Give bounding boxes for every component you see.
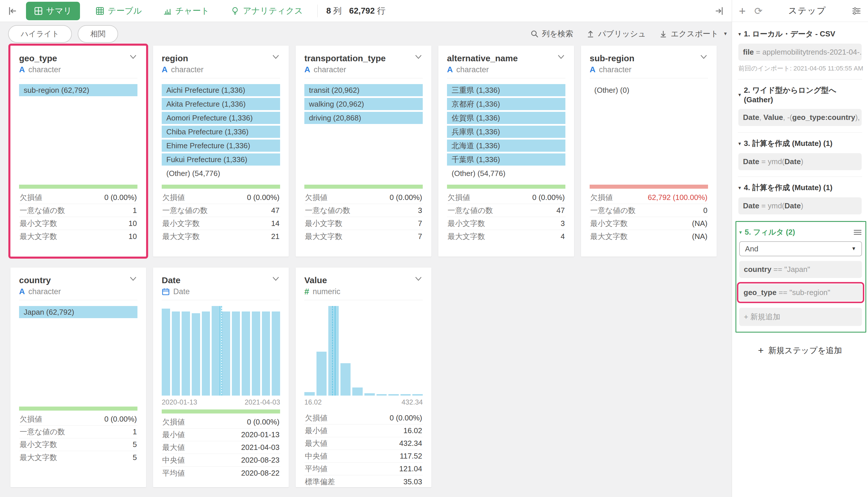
chevron-down-icon[interactable] [700, 54, 708, 60]
stat-row: 欠損値 0 (0.00%) [304, 191, 423, 204]
collapse-caret-icon[interactable]: ▾ [738, 140, 741, 147]
step-expression-chip[interactable]: file = applemobilitytrends-2021-04-... [738, 44, 862, 61]
stat-row: 最小文字数 3 [447, 217, 565, 230]
select-caret-icon: ▼ [851, 246, 856, 252]
collapse-left-icon[interactable] [8, 6, 17, 16]
stats-table: 欠損値 0 (0.00%) 一意な値の数 47 最小文字数 3 最大文字数 4 [447, 191, 565, 243]
chip-text: = ymd( [759, 157, 784, 166]
chevron-down-icon[interactable] [271, 54, 280, 60]
histogram-bar [202, 312, 210, 396]
stat-value: (NA) [692, 232, 707, 241]
collapse-caret-icon[interactable]: ▾ [738, 185, 741, 191]
stat-row: 中央値 117.52 [304, 450, 423, 463]
refresh-icon[interactable]: ⟳ [754, 6, 763, 16]
character-type-icon: A [590, 65, 595, 74]
value-bar[interactable]: Chiba Prefecture (1,336) [162, 126, 280, 138]
value-bar[interactable]: 兵庫県 (1,336) [447, 126, 565, 138]
step-1[interactable]: ▾ 1. ローカル・データ - CSVfile = applemobilityt… [738, 23, 862, 80]
settings-sliders-icon[interactable] [852, 6, 861, 16]
step-expression-chip[interactable]: Date = ymd(Date) [738, 197, 862, 214]
column-card-country: country A character Japan (62,792) 欠損値 0… [10, 268, 146, 487]
value-bar[interactable]: Japan (62,792) [19, 306, 137, 318]
step-expression-chip[interactable]: country == "Japan" [739, 261, 862, 278]
value-bar[interactable]: Fukui Prefecture (1,336) [162, 153, 280, 166]
chevron-down-icon[interactable] [129, 276, 137, 282]
column-card-region: region A character Aichi Prefecture (1,3… [153, 46, 289, 257]
character-type-icon: A [447, 65, 453, 74]
histogram-bar [242, 312, 250, 396]
chevron-down-icon[interactable] [414, 276, 423, 282]
value-bar[interactable]: driving (20,868) [304, 112, 423, 124]
value-bar[interactable]: walking (20,962) [304, 98, 423, 110]
stat-label: 最大文字数 [590, 231, 628, 242]
chevron-down-icon[interactable] [557, 54, 565, 60]
chevron-down-icon[interactable] [129, 54, 137, 60]
step-4[interactable]: ▾ 4. 計算を作成 (Mutate) (1)Date = ymd(Date) [738, 177, 862, 221]
value-bar[interactable]: 北海道 (1,336) [447, 140, 565, 152]
chip-text: == "sub-region" [777, 288, 830, 297]
column-name: Date [162, 275, 180, 285]
chevron-down-icon[interactable] [271, 276, 280, 282]
other-values-row[interactable]: (Other) (54,776) [162, 167, 280, 180]
chip-text: , [759, 113, 763, 122]
histogram-bar [232, 312, 240, 396]
column-type-label: character [28, 65, 61, 74]
other-values-row[interactable]: (Other) (0) [590, 84, 708, 96]
value-bar[interactable]: Aichi Prefecture (1,336) [162, 84, 280, 96]
stat-row: 最小文字数 10 [19, 217, 137, 230]
value-bar[interactable]: Akita Prefecture (1,336) [162, 98, 280, 110]
plus-icon: + [758, 345, 764, 356]
step-3[interactable]: ▾ 3. 計算を作成 (Mutate) (1)Date = ymd(Date) [738, 133, 862, 177]
filter-operator-value: And [745, 244, 758, 253]
filter-operator-select[interactable]: And ▼ [739, 241, 862, 256]
add-step-button[interactable]: + 新規ステップを追加 [732, 345, 868, 356]
stat-row: 最小文字数 (NA) [590, 217, 708, 230]
collapse-caret-icon[interactable]: ▾ [739, 229, 742, 236]
step-expression-chip[interactable]: geo_type == "sub-region" [739, 284, 862, 301]
value-bar[interactable]: Ehime Prefecture (1,336) [162, 140, 280, 152]
download-icon [659, 30, 667, 38]
value-bar[interactable]: transit (20,962) [304, 84, 423, 96]
step-expression-chip[interactable]: Date = ymd(Date) [738, 153, 862, 170]
step-5[interactable]: ▾ 5. フィルタ (2) And ▼ country == "Japan"ge… [735, 221, 866, 332]
stat-label: 一意な値の数 [20, 205, 65, 215]
tab-analytics[interactable]: アナリティクス [225, 2, 309, 20]
chip-text: Date [743, 201, 759, 210]
stat-value: 62,792 (100.00%) [648, 193, 707, 202]
top-values: Japan (62,792) [19, 306, 137, 404]
chevron-down-icon[interactable] [414, 54, 423, 60]
value-bar[interactable]: 佐賀県 (1,336) [447, 112, 565, 124]
chart-bars-icon [163, 6, 172, 15]
histogram-bar [162, 309, 170, 396]
column-card-alternative_name: alternative_name A character 三重県 (1,336)… [438, 46, 574, 257]
step-2[interactable]: ▾ 2. ワイド型からロング型へ (Gather)Date, Value, -(… [738, 80, 862, 133]
value-bar[interactable]: 京都府 (1,336) [447, 98, 565, 110]
histogram-bar [262, 312, 270, 396]
collapse-caret-icon[interactable]: ▾ [738, 91, 741, 98]
value-bar[interactable]: 三重県 (1,336) [447, 84, 565, 96]
highlight-button[interactable]: ハイライト [8, 25, 72, 43]
correlation-button[interactable]: 相関 [78, 25, 118, 43]
other-values-row[interactable]: (Other) (54,776) [447, 167, 565, 180]
add-filter-condition-button[interactable]: + 新規追加 [739, 308, 862, 326]
collapse-right-icon[interactable] [715, 6, 724, 16]
value-bar[interactable]: sub-region (62,792) [19, 84, 137, 96]
value-bar[interactable]: Aomori Prefecture (1,336) [162, 112, 280, 124]
publish-button[interactable]: パブリッシュ [587, 29, 646, 39]
search-columns-button[interactable]: 列を検索 [530, 29, 573, 39]
export-button[interactable]: エクスポート ▼ [659, 29, 728, 39]
tab-chart[interactable]: チャート [157, 2, 215, 20]
step-expression-chip[interactable]: Date, Value, -(geo_type:country), ... [738, 109, 862, 126]
tab-table[interactable]: テーブル [90, 2, 148, 20]
collapse-caret-icon[interactable]: ▾ [738, 31, 741, 37]
column-name: country [19, 275, 51, 285]
stat-label: 欠損値 [447, 193, 470, 202]
data-quality-bar [19, 185, 137, 189]
add-icon[interactable]: + [739, 5, 746, 17]
step-menu-icon[interactable] [853, 229, 862, 236]
tab-summary[interactable]: サマリ [26, 2, 80, 20]
stat-label: 一意な値の数 [590, 205, 635, 215]
value-bar[interactable]: 千葉県 (1,336) [447, 153, 565, 166]
columns-count: 8 列 [326, 5, 342, 17]
stat-value: 0 (0.00%) [104, 193, 137, 202]
